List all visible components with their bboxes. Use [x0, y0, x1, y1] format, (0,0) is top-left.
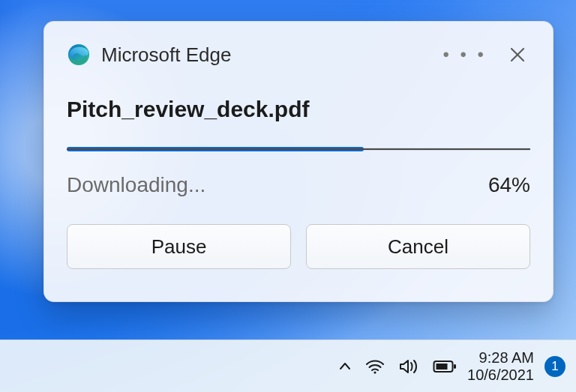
- svg-rect-6: [454, 364, 456, 369]
- pause-button[interactable]: Pause: [67, 224, 291, 269]
- button-row: Pause Cancel: [67, 224, 530, 269]
- percent-text: 64%: [488, 173, 530, 197]
- close-button[interactable]: [505, 42, 530, 67]
- edge-icon: [67, 43, 91, 67]
- status-row: Downloading... 64%: [67, 173, 530, 197]
- clock-time: 9:28 AM: [467, 349, 534, 367]
- wifi-icon[interactable]: [365, 358, 385, 375]
- app-title: Microsoft Edge: [101, 43, 424, 67]
- cancel-button[interactable]: Cancel: [306, 224, 530, 269]
- status-text: Downloading...: [67, 173, 206, 197]
- notification-header: Microsoft Edge • • •: [67, 38, 530, 71]
- progress-fill: [67, 147, 364, 151]
- clock-date: 10/6/2021: [467, 367, 534, 384]
- svg-rect-5: [436, 364, 448, 370]
- tray-overflow-button[interactable]: [338, 360, 352, 373]
- taskbar: 9:28 AM 10/6/2021 1: [0, 340, 576, 392]
- progress-bar: [67, 148, 530, 151]
- volume-icon[interactable]: [398, 358, 419, 375]
- system-tray: [338, 358, 457, 375]
- download-filename: Pitch_review_deck.pdf: [67, 97, 530, 122]
- notification-badge[interactable]: 1: [544, 356, 566, 377]
- download-notification: Microsoft Edge • • • Pitch_review_deck.p…: [44, 21, 554, 302]
- desktop-background: Microsoft Edge • • • Pitch_review_deck.p…: [0, 0, 576, 392]
- svg-point-3: [374, 371, 376, 373]
- battery-icon[interactable]: [433, 360, 457, 373]
- clock[interactable]: 9:28 AM 10/6/2021: [467, 349, 534, 384]
- more-options-button[interactable]: • • •: [435, 41, 494, 68]
